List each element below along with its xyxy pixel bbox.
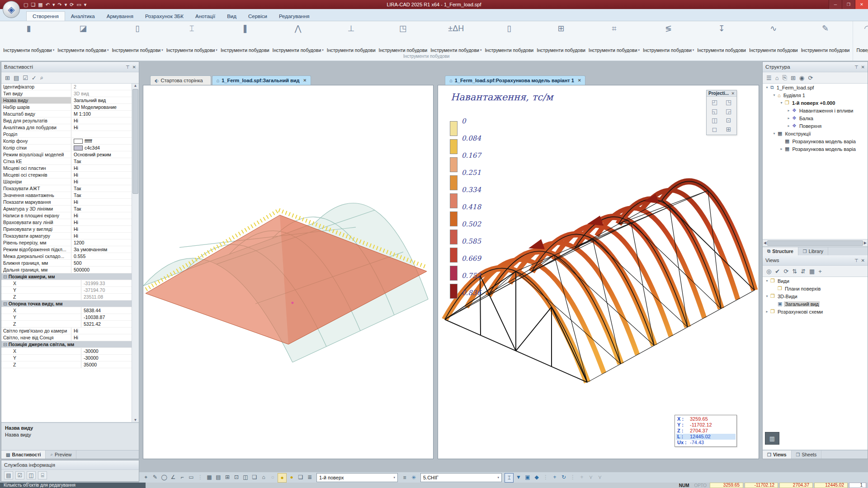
property-row[interactable]: Ближня границя, мм 500 [1,260,132,267]
tree-item[interactable]: ▦ Розрахункова модель варіа [763,137,868,145]
toolbar-icon[interactable]: ≣ [306,473,314,482]
expand-icon[interactable]: ▾ [764,85,769,89]
general-view-3d-model[interactable] [143,85,433,459]
toolbar-icon[interactable]: ⊞ [223,473,231,482]
property-value[interactable]: Ні [71,334,132,341]
toolbar-icon[interactable]: + [551,473,559,482]
property-value[interactable]: -31999.33 [81,280,132,286]
property-row[interactable]: Режим відображення підкл... За умовчання… [1,246,132,253]
ribbon-button[interactable]: ◪ Інструменти побудови▾ [56,22,110,54]
service-toolbar-icon[interactable]: ☑ [15,471,24,479]
toolbar-icon[interactable]: ⊡ [232,473,241,482]
panel-tab[interactable]: ⌕ Preview [46,450,76,459]
property-row[interactable]: Назва виду Загальний вид [1,97,132,104]
menu-tab[interactable]: Розрахунок ЗБК [139,12,189,21]
tree-item[interactable]: ▸ ❖ Поверхня [763,122,868,130]
property-value[interactable]: 500 [71,260,132,266]
menu-tab[interactable]: Аналітика [65,12,101,21]
scroll-left-icon[interactable]: ◀ [764,241,766,245]
property-value[interactable]: 3D Моделирование [71,104,132,110]
tree-item[interactable]: ▸ ❖ Навантаження і впливи [763,107,868,114]
scrollbar-thumb[interactable] [767,240,863,246]
quick-access-icon[interactable]: ▾ [84,2,87,8]
property-row[interactable]: Сітка КЕ Так [1,158,132,165]
quick-access-icon[interactable]: ▢ [24,2,28,8]
property-value[interactable] [74,341,132,347]
property-value[interactable]: Ні [71,328,132,334]
structure-toolbar-icon[interactable]: ⟳ [808,75,813,81]
property-value[interactable]: 5838.44 [81,307,132,314]
toolbar-icon[interactable]: ▼ [514,473,523,482]
views-toolbar-icon[interactable]: ⇵ [801,268,806,275]
toolbar-icon[interactable]: ▭ [187,473,195,482]
property-row[interactable]: Показувати арматуру Ні [1,233,132,239]
expand-icon[interactable]: ▸ [786,124,791,128]
property-value[interactable]: Ні [71,233,132,239]
toolbar-icon[interactable]: ∠ [169,473,177,482]
projection-view-icon[interactable]: ◻ [708,125,721,133]
property-row[interactable]: Показати маркування Ні [1,199,132,206]
property-value[interactable]: 2 [71,84,132,90]
quick-access-icon[interactable]: ▾ [65,2,67,8]
property-value[interactable]: -30000 [81,355,132,361]
property-row[interactable]: Y -10038.87 [1,314,132,321]
property-value[interactable] [71,131,132,137]
property-row[interactable]: Y -37194.70 [1,287,132,294]
structure-toolbar-icon[interactable]: ⎘ [783,74,787,81]
horizontal-scrollbar[interactable]: ◀ ▶ [763,239,868,247]
properties-scrollbar[interactable]: ▲ ▼ [132,84,139,422]
scroll-up-icon[interactable]: ▲ [134,84,137,88]
toolbar-icon[interactable]: ▤ [214,473,222,482]
property-value[interactable]: 3D вид [71,90,132,97]
menu-tab[interactable]: Армування [101,12,139,21]
properties-toolbar-icon[interactable]: ▤ [14,75,19,81]
toolbar-icon[interactable]: ❏ [297,473,305,482]
property-row[interactable]: Вид для результатів Ні [1,117,132,124]
expand-icon[interactable]: ▾ [764,294,769,298]
property-value[interactable]: Ні [71,219,132,225]
quick-access-icon[interactable]: ↶ [46,2,50,8]
expand-icon[interactable]: ▸ [764,310,769,314]
pin-icon[interactable]: ⊤ [854,65,859,70]
toolbar-icon[interactable]: ▣ [524,473,532,482]
quick-access-icon[interactable]: ▭ [76,2,81,8]
structure-toolbar-icon[interactable]: ☰ [766,75,772,81]
property-value[interactable]: Ні [71,212,132,219]
property-row[interactable]: Світло, наче від Сонця Ні [1,334,132,341]
close-icon[interactable]: ✕ [861,65,865,70]
property-row[interactable]: Набір шарів 3D Моделирование [1,104,132,111]
quick-access-icon[interactable]: ↷ [57,2,61,8]
ribbon-button[interactable]: ±ΔН Інструменти побудови▾ [429,22,483,54]
toolbar-icon[interactable]: ● [278,473,287,483]
property-row[interactable]: Арматура у 3D лініями Так [1,206,132,212]
tree-item[interactable]: ▸ ❖ Балка [763,114,868,122]
loadcase-select[interactable]: 5.СНІГ ▾ [420,473,502,482]
toolbar-icon[interactable]: ↻ [560,473,568,482]
panel-tab[interactable]: ❒ Library [798,247,828,255]
property-value[interactable]: Ні [71,178,132,185]
property-row[interactable]: Шарніри Ні [1,178,132,185]
views-toolbar-icon[interactable]: ▦ [809,268,815,275]
projection-view-icon[interactable]: ◱ [708,107,721,115]
property-row[interactable]: Z 23511.08 [1,294,132,300]
property-row[interactable]: Світло прив'язано до камери Ні [1,328,132,334]
properties-toolbar-icon[interactable]: ☑ [23,75,28,81]
property-row[interactable]: Тип виду 3D вид [1,90,132,97]
property-row[interactable]: Місцеві осі стержнів Ні [1,172,132,178]
minimize-button[interactable]: ─ [829,0,842,9]
views-toolbar-icon[interactable]: ⇅ [792,268,797,275]
projection-view-icon[interactable]: ◰ [708,98,721,106]
property-value[interactable]: Так [71,206,132,212]
ribbon-button[interactable]: ▯ Інструменти побудови▾ [483,22,535,54]
panel-tab[interactable]: ⧉ Structure [763,247,798,255]
property-row[interactable]: Y -30000 [1,355,132,361]
toolbar-icon[interactable]: + [578,473,586,482]
property-row[interactable]: Ідентифікатор 2 [1,84,132,90]
tree-item[interactable]: ❐ Плани поверхів [763,285,868,292]
maximize-button[interactable]: ❐ [842,0,855,9]
toolbar-icon[interactable]: ✎ [151,473,159,482]
property-value[interactable]: Ні [71,199,132,205]
tree-item[interactable]: ▾ ▦ Конструкції [763,130,868,137]
expand-icon[interactable]: ▾ [772,131,777,136]
projection-view-icon[interactable]: ◲ [722,107,735,115]
